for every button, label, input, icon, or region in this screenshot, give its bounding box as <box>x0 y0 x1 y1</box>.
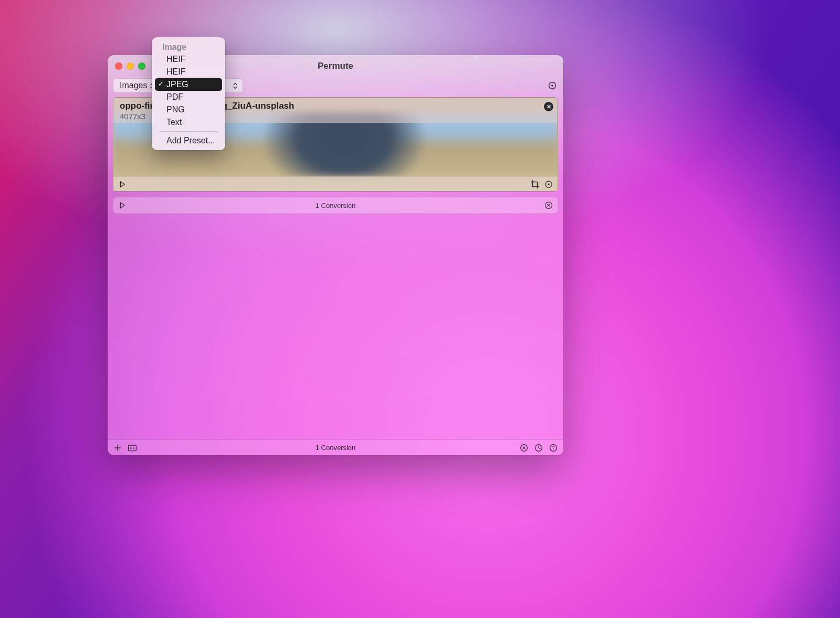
menu-section-label: Image <box>155 40 222 53</box>
history-button[interactable] <box>534 443 543 453</box>
menu-item-heif-2[interactable]: HEIF <box>155 66 222 78</box>
gear-icon <box>548 81 557 90</box>
format-menu: Image HEIF HEIF JPEG PDF PNG Text Add Pr… <box>152 37 225 150</box>
minimize-window-button[interactable] <box>127 62 134 70</box>
bottom-status-text: 1 Conversion <box>108 444 563 452</box>
summary-text: 1 Conversion <box>113 202 558 210</box>
card-footer <box>113 176 558 191</box>
traffic-lights <box>115 62 145 70</box>
menu-separator <box>159 131 218 132</box>
category-select-label: Images <box>120 81 147 90</box>
help-button[interactable]: ? <box>549 443 558 453</box>
menu-item-heif[interactable]: HEIF <box>155 53 222 66</box>
card-footer-right <box>530 180 553 189</box>
clear-button[interactable] <box>519 443 529 453</box>
bottom-bar: 1 Conversion ? <box>108 439 563 455</box>
svg-point-1 <box>551 85 553 87</box>
maximize-window-button[interactable] <box>138 62 145 70</box>
add-button[interactable] <box>113 443 122 453</box>
close-icon: ✕ <box>547 103 551 110</box>
menu-item-add-preset[interactable]: Add Preset... <box>155 134 222 147</box>
play-all-button[interactable] <box>118 201 127 210</box>
chevron-updown-icon <box>233 82 237 89</box>
remove-item-button[interactable]: ✕ <box>544 102 553 111</box>
window-title: Permute <box>318 61 353 71</box>
play-item-button[interactable] <box>118 180 127 189</box>
menu-item-png[interactable]: PNG <box>155 103 222 116</box>
toolbar-right <box>547 80 558 91</box>
menu-item-text[interactable]: Text <box>155 116 222 129</box>
settings-button[interactable] <box>547 80 558 91</box>
item-settings-button[interactable] <box>544 180 553 189</box>
cancel-all-button[interactable] <box>544 201 553 210</box>
menu-item-pdf[interactable]: PDF <box>155 91 222 103</box>
robot-button[interactable] <box>128 443 137 453</box>
svg-point-11 <box>548 183 549 185</box>
summary-row: 1 Conversion <box>113 197 558 214</box>
menu-item-jpeg[interactable]: JPEG <box>155 78 222 91</box>
svg-text:?: ? <box>552 445 555 451</box>
close-window-button[interactable] <box>115 62 122 70</box>
svg-point-14 <box>130 447 132 449</box>
svg-rect-13 <box>129 445 136 451</box>
crop-button[interactable] <box>530 180 540 189</box>
svg-point-15 <box>133 447 134 449</box>
